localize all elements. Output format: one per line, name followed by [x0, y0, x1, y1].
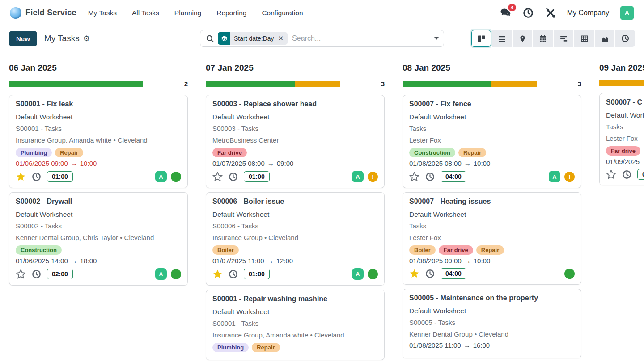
kanban-column-09-jan: 09 Jan 2025 S00007 - C Default Worksheet…	[599, 63, 644, 362]
card-project: S00001 - Tasks	[212, 318, 378, 329]
view-list-button[interactable]	[492, 30, 512, 47]
duration-badge: 04:00	[441, 171, 466, 182]
company-switcher[interactable]: My Company	[567, 9, 609, 17]
view-gantt-button[interactable]	[554, 30, 573, 47]
search-facet[interactable]: Start date:Day ✕	[218, 32, 288, 45]
progress-segment-green[interactable]	[206, 81, 295, 87]
kanban-column-07-jan: 07 Jan 2025 3 S00003 - Replace shower he…	[206, 63, 385, 362]
arrow-right-icon: →	[68, 257, 80, 265]
card-customer: Lester Fox	[409, 232, 575, 244]
card-title: S00007 - Fix fence	[409, 100, 575, 108]
tag: Repair	[55, 148, 83, 157]
view-activity-button[interactable]	[615, 30, 635, 47]
card-title: S00003 - Replace shower head	[212, 100, 378, 108]
app-name[interactable]: Field Service	[25, 8, 76, 17]
star-icon[interactable]	[409, 269, 419, 279]
tools-icon[interactable]	[545, 7, 556, 19]
card-tags: Construction	[16, 245, 181, 255]
star-icon[interactable]	[409, 172, 419, 182]
page-title: My Tasks	[44, 34, 80, 43]
star-icon[interactable]	[212, 172, 223, 182]
user-avatar[interactable]: A	[620, 6, 634, 20]
list-icon	[498, 34, 506, 43]
assignee-avatar[interactable]: A	[155, 171, 167, 182]
card-title: S00002 - Drywall	[16, 198, 181, 206]
column-count: 3	[578, 80, 581, 88]
task-card[interactable]: S00001 - Fix leak Default Worksheet S000…	[9, 95, 188, 188]
star-icon[interactable]	[16, 172, 26, 182]
column-title: 06 Jan 2025	[9, 63, 188, 73]
task-card[interactable]: S00005 - Maintenance on the property Def…	[402, 289, 581, 358]
star-icon[interactable]	[16, 269, 26, 279]
star-icon[interactable]	[606, 169, 616, 180]
kanban-state-green-icon[interactable]	[171, 269, 181, 279]
card-title: S00007 - C	[606, 98, 644, 106]
activity-clock-icon	[621, 34, 629, 42]
kanban-state-warning-icon[interactable]	[564, 172, 575, 182]
progress-segment-green[interactable]	[402, 81, 491, 87]
tag: Repair	[476, 245, 504, 255]
progress-segment-orange[interactable]	[491, 81, 537, 87]
menu-planning[interactable]: Planning	[174, 9, 201, 17]
messages-icon[interactable]: 4	[500, 7, 512, 19]
app-menu-button[interactable]: Field Service	[10, 7, 76, 19]
search-input[interactable]: Search...	[292, 34, 429, 42]
kanban-board: 06 Jan 2025 2 S00001 - Fix leak Default …	[0, 51, 644, 362]
chevron-down-icon	[434, 37, 439, 40]
search-dropdown-toggle[interactable]	[429, 30, 444, 46]
menu-configuration[interactable]: Configuration	[262, 9, 303, 17]
card-worksheet: Default Worksheet	[606, 109, 644, 121]
column-header: 3	[206, 80, 385, 88]
view-pivot-button[interactable]	[574, 30, 594, 47]
activities-clock-icon[interactable]	[522, 7, 534, 19]
kanban-state-green-icon[interactable]	[564, 269, 575, 279]
task-card[interactable]: S00007 - Heating issues Default Workshee…	[402, 192, 581, 285]
progress-segment-orange[interactable]	[295, 81, 340, 87]
clock-icon	[425, 269, 435, 278]
menu-all-tasks[interactable]: All Tasks	[132, 9, 159, 17]
view-map-button[interactable]	[513, 30, 532, 47]
view-graph-button[interactable]	[595, 30, 614, 47]
menu-my-tasks[interactable]: My Tasks	[88, 9, 117, 17]
card-tags: Plumbing Repair	[16, 148, 181, 157]
progress-segment-green[interactable]	[9, 81, 143, 87]
card-title: S00006 - Boiler issue	[212, 198, 378, 206]
column-title: 09 Jan 2025	[599, 63, 644, 73]
card-dates: 01/08/2025 08:00→10:00	[409, 160, 575, 167]
column-count: 2	[184, 80, 188, 88]
kanban-state-green-icon[interactable]	[171, 172, 181, 182]
column-header: 3	[402, 80, 581, 88]
star-icon[interactable]	[212, 269, 223, 279]
card-dates: 01/08/2025 11:00→16:00	[409, 341, 575, 349]
gear-icon[interactable]: ⚙	[83, 34, 90, 43]
view-calendar-button[interactable]	[533, 30, 553, 47]
kanban-state-warning-icon[interactable]	[368, 172, 378, 182]
view-kanban-button[interactable]	[471, 30, 491, 47]
card-dates: 01/09/2025	[606, 158, 644, 165]
systray: 4 My Company A	[500, 6, 634, 20]
column-header: 2	[9, 80, 188, 88]
task-card[interactable]: S00007 - C Default Worksheet Tasks Leste…	[599, 93, 644, 185]
new-button[interactable]: New	[9, 31, 37, 46]
pivot-icon	[580, 34, 589, 43]
tag: Far drive	[212, 148, 247, 157]
task-card[interactable]: S00003 - Replace shower head Default Wor…	[206, 95, 385, 188]
card-footer: 01:00 A	[212, 268, 378, 280]
card-title: S00001 - Fix leak	[16, 100, 181, 108]
assignee-avatar[interactable]: A	[352, 268, 364, 280]
menu-reporting[interactable]: Reporting	[216, 9, 246, 17]
assignee-avatar[interactable]: A	[155, 268, 167, 280]
assignee-avatar[interactable]: A	[352, 171, 364, 182]
task-card[interactable]: S00006 - Boiler issue Default Worksheet …	[206, 192, 385, 286]
facet-remove-icon[interactable]: ✕	[278, 34, 288, 42]
card-project: Tasks	[409, 123, 575, 135]
assignee-avatar[interactable]: A	[549, 171, 560, 182]
search-bar[interactable]: Start date:Day ✕ Search...	[200, 30, 444, 47]
progress-segment-orange[interactable]	[599, 80, 644, 86]
task-card[interactable]: S00007 - Fix fence Default Worksheet Tas…	[402, 95, 581, 188]
task-card[interactable]: S00002 - Drywall Default Worksheet S0000…	[9, 192, 188, 286]
kanban-icon	[477, 34, 486, 43]
kanban-column-08-jan: 08 Jan 2025 3 S00007 - Fix fence Default…	[402, 63, 581, 362]
task-card[interactable]: S00001 - Repair washing mashine Default …	[206, 290, 385, 360]
kanban-state-green-icon[interactable]	[368, 269, 378, 279]
